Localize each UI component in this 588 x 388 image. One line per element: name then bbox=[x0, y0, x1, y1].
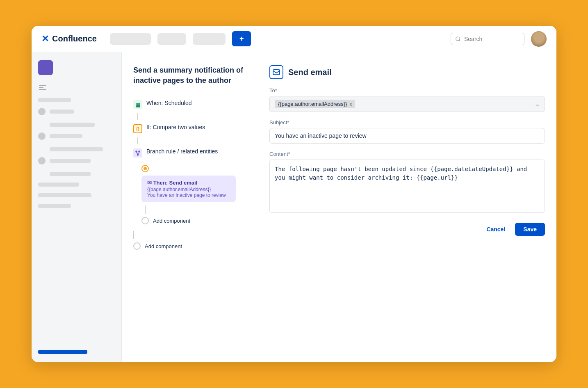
svg-point-0 bbox=[135, 151, 137, 153]
sidebar bbox=[32, 52, 122, 362]
to-field-group: To* {{page.author.emailAddress}} x ⌵ bbox=[269, 87, 545, 112]
step-when[interactable]: ▦ When: Scheduled bbox=[133, 96, 256, 113]
sidebar-bar-6 bbox=[38, 193, 91, 197]
sidebar-row-2[interactable] bbox=[38, 132, 115, 140]
sidebar-label-3 bbox=[50, 159, 91, 163]
svg-point-1 bbox=[138, 151, 140, 153]
svg-line-4 bbox=[138, 153, 139, 154]
add-component-outer[interactable]: Add component bbox=[133, 242, 256, 250]
step-branch-label: Branch rule / related entities bbox=[146, 148, 218, 155]
email-icon-box bbox=[269, 65, 283, 79]
step-branch[interactable]: Branch rule / related entities bbox=[133, 144, 256, 162]
step-when-label: When: Scheduled bbox=[146, 100, 192, 106]
branch-card-detail2: You have an inactive page to review bbox=[147, 192, 230, 198]
cancel-button[interactable]: Cancel bbox=[481, 223, 510, 236]
vert-line-2 bbox=[133, 231, 134, 239]
sidebar-bar-7 bbox=[38, 204, 71, 208]
add-button[interactable]: + bbox=[232, 31, 251, 46]
chevron-down-icon[interactable]: ⌵ bbox=[536, 100, 540, 108]
add-component-dot-inner bbox=[141, 217, 149, 224]
sidebar-bar-4 bbox=[50, 172, 91, 176]
sidebar-active-item[interactable] bbox=[38, 60, 53, 75]
search-input[interactable] bbox=[451, 33, 524, 45]
sidebar-dot-3 bbox=[38, 157, 46, 164]
content-field-group: Content* The following page hasn't been … bbox=[269, 151, 545, 215]
sidebar-row-3[interactable] bbox=[38, 157, 115, 164]
sidebar-row-1[interactable] bbox=[38, 108, 115, 115]
app-logo[interactable]: ✕ Confluence bbox=[41, 34, 97, 44]
add-component-outer-container: Add component bbox=[133, 231, 256, 250]
svg-point-2 bbox=[137, 154, 139, 156]
to-tag: {{page.author.emailAddress}} x bbox=[275, 100, 355, 108]
sidebar-dot-2 bbox=[38, 132, 46, 140]
vert-line-1 bbox=[145, 205, 146, 214]
send-email-title: Send email bbox=[288, 68, 332, 77]
step-if-icon: {} bbox=[133, 124, 142, 133]
sidebar-bar-2 bbox=[50, 123, 95, 127]
automation-title: Send a summary notification of inactive … bbox=[133, 65, 256, 86]
add-component-inner[interactable]: Add component bbox=[141, 217, 256, 224]
sidebar-label-1 bbox=[50, 110, 74, 114]
sidebar-bottom bbox=[38, 347, 115, 354]
top-navigation: ✕ Confluence + bbox=[32, 26, 556, 52]
content-label: Content* bbox=[269, 151, 545, 157]
step-branch-icon bbox=[133, 148, 142, 157]
sidebar-bar-1 bbox=[38, 98, 71, 102]
branch-container: ✉ Then: Send email {{page.author.emailAd… bbox=[141, 165, 256, 224]
svg-line-3 bbox=[137, 153, 138, 154]
subject-field-group: Subject* bbox=[269, 119, 545, 144]
nav-item-1[interactable] bbox=[110, 33, 151, 45]
form-actions: Cancel Save bbox=[269, 223, 545, 236]
branch-card-detail1: {{page.author.emailAddress}} bbox=[147, 187, 230, 192]
add-component-dot-outer bbox=[133, 242, 141, 250]
save-button[interactable]: Save bbox=[515, 223, 545, 236]
nav-item-2[interactable] bbox=[157, 33, 186, 45]
sidebar-active-bar[interactable] bbox=[38, 350, 87, 354]
email-icon-small: ✉ bbox=[147, 180, 152, 186]
to-tag-remove[interactable]: x bbox=[349, 101, 352, 107]
subject-input[interactable] bbox=[269, 128, 545, 144]
branch-card-title: ✉ Then: Send email bbox=[147, 180, 230, 186]
step-list: ▦ When: Scheduled {} If: Compare two val… bbox=[133, 96, 256, 250]
svg-rect-5 bbox=[273, 70, 280, 75]
subject-label: Subject* bbox=[269, 119, 545, 126]
content-textarea[interactable]: The following page hasn't been updated s… bbox=[269, 160, 545, 213]
add-component-outer-label: Add component bbox=[145, 243, 182, 249]
main-area: Send a summary notification of inactive … bbox=[32, 52, 556, 362]
branch-dot bbox=[141, 165, 149, 172]
step-if-label: If: Compare two values bbox=[146, 124, 205, 130]
connector-1 bbox=[137, 113, 138, 120]
branch-card[interactable]: ✉ Then: Send email {{page.author.emailAd… bbox=[141, 176, 236, 202]
step-if[interactable]: {} If: Compare two values bbox=[133, 120, 256, 137]
content-area: Send a summary notification of inactive … bbox=[122, 52, 556, 362]
avatar-image bbox=[531, 31, 547, 47]
sidebar-bar-3 bbox=[50, 147, 103, 151]
nav-item-3[interactable] bbox=[193, 33, 226, 45]
app-name: Confluence bbox=[52, 34, 97, 43]
avatar[interactable] bbox=[531, 31, 547, 47]
to-label: To* bbox=[269, 87, 545, 94]
add-component-inner-label: Add component bbox=[153, 218, 190, 224]
right-panel: Send email To* {{page.author.emailAddres… bbox=[269, 65, 545, 349]
logo-icon: ✕ bbox=[41, 34, 49, 44]
sidebar-label-2 bbox=[50, 134, 82, 138]
sidebar-bar-5 bbox=[38, 183, 79, 187]
to-field[interactable]: {{page.author.emailAddress}} x ⌵ bbox=[269, 96, 545, 112]
to-value: {{page.author.emailAddress}} bbox=[278, 101, 347, 107]
send-email-header: Send email bbox=[269, 65, 545, 79]
sidebar-dot-1 bbox=[38, 108, 46, 115]
left-panel: Send a summary notification of inactive … bbox=[133, 65, 256, 349]
connector-2 bbox=[137, 137, 138, 144]
sidebar-menu-icon bbox=[39, 85, 46, 91]
step-when-icon: ▦ bbox=[133, 100, 142, 109]
